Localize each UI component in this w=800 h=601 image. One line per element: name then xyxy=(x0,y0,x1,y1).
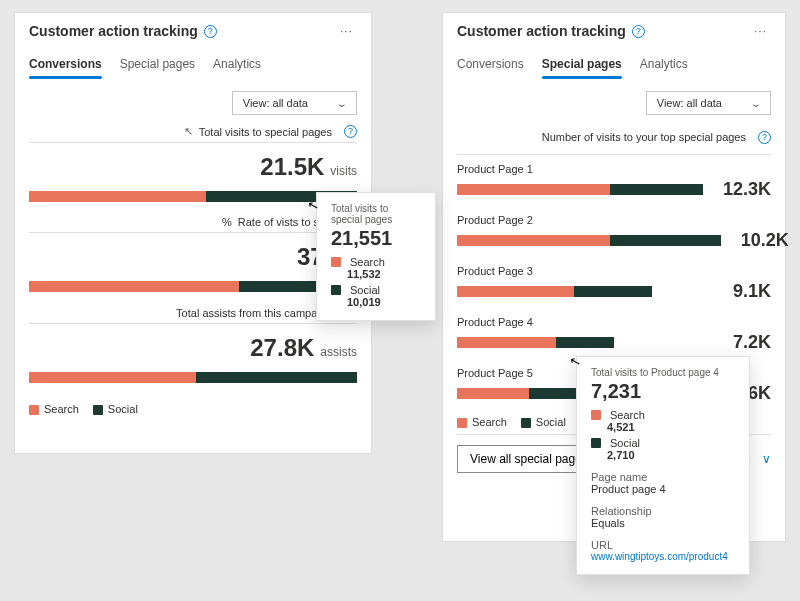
toolbar: View: all data ⌄ xyxy=(15,81,371,125)
overflow-menu[interactable]: ··· xyxy=(336,24,357,38)
info-icon[interactable]: ? xyxy=(758,131,771,144)
tooltip-relationship: Relationship Equals xyxy=(591,505,735,529)
bar-segment-search xyxy=(29,191,206,202)
tab-conversions[interactable]: Conversions xyxy=(457,53,524,81)
metric-3-bar xyxy=(29,372,357,383)
tooltip-row-social: Social xyxy=(591,437,735,449)
metric-2-bar xyxy=(29,281,357,292)
tooltip-pagename: Page name Product page 4 xyxy=(591,471,735,495)
tooltip-visits: Total visits to special pages 21,551 Sea… xyxy=(316,192,436,321)
view-dropdown[interactable]: View: all data ⌄ xyxy=(646,91,771,115)
page-row-2: Product Page 2 10.2K xyxy=(443,206,785,257)
tooltip-total: 7,231 xyxy=(591,380,735,403)
bar-segment-search xyxy=(29,372,196,383)
tooltip-total: 21,551 xyxy=(331,227,421,250)
metric-1-label: ↖ Total visits to special pages ? xyxy=(15,125,371,142)
tooltip-row-social: Social xyxy=(331,284,421,296)
panel-title: Customer action tracking xyxy=(29,23,198,39)
page-row-3: Product Page 3 9.1K xyxy=(443,257,785,308)
tooltip-title: Total visits to Product page 4 xyxy=(591,367,735,378)
page-row-1: Product Page 1 12.3K xyxy=(443,155,785,206)
page-bar xyxy=(457,184,703,195)
tab-conversions[interactable]: Conversions xyxy=(29,53,102,81)
tab-bar: Conversions Special pages Analytics xyxy=(443,53,785,81)
tab-special-pages[interactable]: Special pages xyxy=(542,53,622,81)
page-bar xyxy=(457,388,576,399)
legend-search: Search xyxy=(29,403,79,415)
tooltip-product-page: Total visits to Product page 4 7,231 Sea… xyxy=(576,356,750,575)
legend-search: Search xyxy=(457,416,507,428)
tab-special-pages[interactable]: Special pages xyxy=(120,53,195,81)
tooltip-url: URL www.wingtiptoys.com/product4 xyxy=(591,539,735,562)
next-page-icon[interactable]: ∨ xyxy=(762,452,771,466)
toolbar: View: all data ⌄ xyxy=(443,81,785,125)
info-icon[interactable]: ? xyxy=(204,25,217,38)
bar-segment-search xyxy=(29,281,239,292)
tab-analytics[interactable]: Analytics xyxy=(213,53,261,81)
overflow-menu[interactable]: ··· xyxy=(750,24,771,38)
view-dropdown-label: View: all data xyxy=(243,97,308,109)
view-dropdown[interactable]: View: all data ⌄ xyxy=(232,91,357,115)
chevron-down-icon: ⌄ xyxy=(336,98,347,109)
tooltip-url-link[interactable]: www.wingtiptoys.com/product4 xyxy=(591,551,735,562)
info-icon[interactable]: ? xyxy=(632,25,645,38)
bar-segment-social xyxy=(196,372,357,383)
page-bar xyxy=(457,235,721,246)
metric-3-value: 27.8K assists xyxy=(15,324,371,368)
metric-1-value: 21.5K visits xyxy=(15,143,371,187)
chevron-down-icon: ⌄ xyxy=(750,98,761,109)
view-dropdown-label: View: all data xyxy=(657,97,722,109)
legend-social: Social xyxy=(93,403,138,415)
panel-title: Customer action tracking xyxy=(457,23,626,39)
legend-social: Social xyxy=(521,416,566,428)
section-subtitle: Number of visits to your top special pag… xyxy=(443,125,785,154)
info-icon[interactable]: ? xyxy=(344,125,357,138)
page-row-4: Product Page 4 7.2K xyxy=(443,308,785,359)
metric-1-bar xyxy=(29,191,357,202)
legend: Search Social xyxy=(15,397,371,421)
tooltip-row-search: Search xyxy=(331,256,421,268)
page-bar xyxy=(457,337,614,348)
panel-header: Customer action tracking ? ··· xyxy=(443,13,785,45)
tooltip-title: Total visits to special pages xyxy=(331,203,421,225)
panel-header: Customer action tracking ? ··· xyxy=(15,13,371,45)
page-bar xyxy=(457,286,652,297)
tab-analytics[interactable]: Analytics xyxy=(640,53,688,81)
tooltip-row-search: Search xyxy=(591,409,735,421)
tab-bar: Conversions Special pages Analytics xyxy=(15,53,371,81)
cursor-icon: ↖ xyxy=(184,125,193,138)
